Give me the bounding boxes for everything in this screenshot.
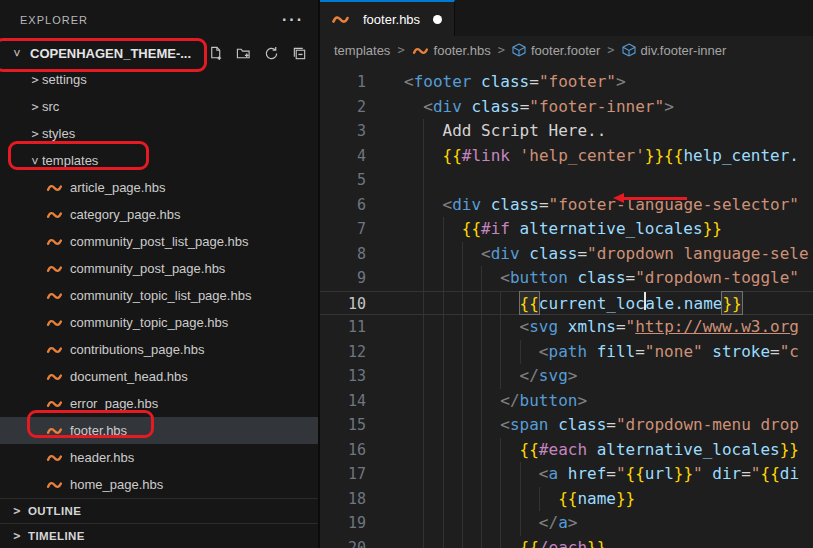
sidebar-file-error_page-hbs[interactable]: error_page.hbs [0,390,318,417]
new-folder-icon[interactable] [234,44,252,62]
handlebars-icon [46,425,63,436]
code-line-content: </button> [404,389,587,414]
code-line-12[interactable]: 12 <path fill="none" stroke="c [320,340,813,365]
code-line-2[interactable]: 2 <div class="footer-inner"> [320,95,813,120]
code-line-13[interactable]: 13 </svg> [320,364,813,389]
sidebar-file-community_post_page-hbs[interactable]: community_post_page.hbs [0,255,318,282]
handlebars-icon [46,452,63,463]
handlebars-icon [46,290,63,301]
indent [404,340,423,365]
indent-guide [462,389,481,414]
explorer-title: EXPLORER [20,14,88,26]
chevron-right-icon: > [28,127,42,141]
tab-footer-hbs[interactable]: footer.hbs [320,0,455,36]
indent [404,217,423,242]
handlebars-icon [46,236,63,247]
code-line-1[interactable]: 1<footer class="footer"> [320,70,813,95]
indent-guide [443,217,462,242]
line-number: 19 [320,511,366,536]
tree-item-label: community_post_list_page.hbs [70,234,249,249]
code-line-19[interactable]: 19 </a> [320,511,813,536]
indent-guide [423,217,442,242]
code-line-content: <div class="footer-language-selector" [404,193,799,218]
code-line-10[interactable]: 10 {{current_locale.name}} [320,291,813,316]
breadcrumb-item-footer-hbs[interactable]: footer.hbs [412,43,491,58]
line-number: 10 [320,292,366,315]
code-editor[interactable]: 1<footer class="footer">2 <div class="fo… [320,64,813,548]
line-number: 12 [320,340,366,365]
sidebar-file-home_page-hbs[interactable]: home_page.hbs [0,471,318,498]
explorer-header: EXPLORER ··· [0,0,318,40]
code-line-content: </svg> [404,364,577,389]
sidebar-folder-src[interactable]: >src [0,93,318,120]
line-number: 4 [320,144,366,169]
line-number: 8 [320,242,366,267]
sidebar-file-community_topic_page-hbs[interactable]: community_topic_page.hbs [0,309,318,336]
indent-guide [481,536,500,548]
sidebar-folder-settings[interactable]: >settings [0,66,318,93]
breadcrumb-item-templates[interactable]: templates [334,43,390,58]
code-line-16[interactable]: 16 {{#each alternative_locales}} [320,438,813,463]
code-line-4[interactable]: 4 {{#link 'help_center'}}{{help_center. [320,144,813,169]
file-tree: >settings>src>styles>templatesarticle_pa… [0,66,318,498]
handlebars-icon [46,317,63,328]
indent-guide [423,119,442,144]
line-number: 20 [320,536,366,548]
sidebar-file-footer-hbs[interactable]: footer.hbs [0,417,318,444]
symbol-cube-icon [622,43,636,57]
sidebar-file-contributions_page-hbs[interactable]: contributions_page.hbs [0,336,318,363]
sidebar-file-community_topic_list_page-hbs[interactable]: community_topic_list_page.hbs [0,282,318,309]
refresh-icon[interactable] [262,44,280,62]
sidebar-folder-templates[interactable]: >templates [0,147,318,174]
indent-guide [423,340,442,365]
code-line-9[interactable]: 9 <button class="dropdown-toggle" [320,266,813,291]
tree-item-label: community_topic_page.hbs [70,315,228,330]
code-line-5[interactable]: 5 [320,168,813,193]
code-line-6[interactable]: 6 <div class="footer-language-selector" [320,193,813,218]
indent-guide [481,364,500,389]
more-actions-icon[interactable]: ··· [282,11,304,29]
project-folder-row[interactable]: > COPENHAGEN_THEME-... [0,40,318,66]
code-line-11[interactable]: 11 <svg xmlns="http://www.w3.org [320,315,813,340]
sidebar-file-community_post_list_page-hbs[interactable]: community_post_list_page.hbs [0,228,318,255]
indent [404,438,423,463]
breadcrumb-item-div-footer-inner[interactable]: div.footer-inner [622,43,727,58]
indent-guide [520,511,539,536]
sidebar-file-category_page-hbs[interactable]: category_page.hbs [0,201,318,228]
sidebar-section-timeline[interactable]: >TIMELINE [0,523,318,548]
tree-item-label: src [42,99,59,114]
indent [404,364,423,389]
indent-guide [481,413,500,438]
unsaved-changes-dot[interactable] [433,15,442,24]
collapse-all-icon[interactable] [290,44,308,62]
code-line-7[interactable]: 7 {{#if alternative_locales}} [320,217,813,242]
code-line-14[interactable]: 14 </button> [320,389,813,414]
indent-guide [481,462,500,487]
sidebar-file-document_head-hbs[interactable]: document_head.hbs [0,363,318,390]
indent-guide [423,536,442,548]
code-line-content: {{#each alternative_locales}} [404,438,799,463]
code-line-20[interactable]: 20 {{/each}} [320,536,813,548]
indent [404,193,423,218]
code-line-8[interactable]: 8 <div class="dropdown language-sele [320,242,813,267]
handlebars-icon [332,13,349,25]
indent [404,511,423,536]
indent-guide [520,340,539,365]
line-number: 18 [320,487,366,512]
indent [404,462,423,487]
code-line-content: <a href="{{url}}" dir="{{di [404,462,799,487]
indent-guide [423,144,442,169]
breadcrumb-item-footer-footer[interactable]: footer.footer [512,43,600,58]
new-file-icon[interactable] [206,44,224,62]
sidebar-section-outline[interactable]: >OUTLINE [0,498,318,523]
tree-item-label: category_page.hbs [70,207,181,222]
code-line-content: <path fill="none" stroke="c [404,340,799,365]
sidebar-file-header-hbs[interactable]: header.hbs [0,444,318,471]
sidebar-folder-styles[interactable]: >styles [0,120,318,147]
code-line-18[interactable]: 18 {{name}} [320,487,813,512]
code-line-15[interactable]: 15 <span class="dropdown-menu drop [320,413,813,438]
sidebar-file-article_page-hbs[interactable]: article_page.hbs [0,174,318,201]
code-line-3[interactable]: 3 Add Script Here.. [320,119,813,144]
code-line-17[interactable]: 17 <a href="{{url}}" dir="{{di [320,462,813,487]
indent-guide [462,487,481,512]
